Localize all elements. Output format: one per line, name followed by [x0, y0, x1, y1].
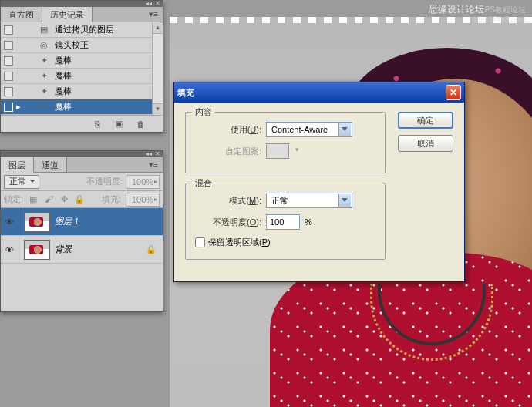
collapse-icon[interactable]: ◂◂ [146, 151, 152, 157]
collapse-icon[interactable]: ◂◂ [146, 1, 152, 7]
opacity-value[interactable]: 100% [126, 175, 160, 189]
use-label: 使用(U): [195, 124, 261, 136]
content-fieldset: 内容 使用(U): Content-Aware 自定图案: [185, 112, 386, 173]
history-visibility-toggle[interactable] [4, 56, 13, 66]
history-label: 魔棒 [55, 70, 72, 82]
lens-icon: ◎ [36, 39, 52, 52]
watermark-url: bbs.16xx8.com [474, 15, 526, 24]
mode-label: 模式(M): [195, 195, 261, 207]
panel-grip[interactable]: ◂◂✕ [1, 151, 163, 157]
ok-button[interactable]: 确定 [398, 112, 453, 129]
fill-dialog: 填充 ✕ 确定 取消 内容 使用(U): Content-Aware 自定图案:… [173, 82, 465, 282]
visibility-toggle[interactable]: 👁 [1, 208, 19, 235]
tab-channels[interactable]: 通道 [34, 157, 67, 172]
history-item[interactable]: ◎镜头校正 [1, 38, 163, 53]
lock-paint-icon[interactable]: 🖌 [43, 194, 54, 204]
pattern-picker [266, 143, 289, 159]
tab-layers[interactable]: 图层 [1, 157, 34, 173]
wand-icon: ✦ [36, 101, 52, 113]
history-visibility-toggle[interactable] [4, 72, 13, 81]
history-label: 魔棒 [55, 86, 72, 97]
layer-row[interactable]: 👁 图层 1 [1, 208, 163, 236]
panel-menu-icon[interactable]: ▾≡ [144, 157, 163, 172]
history-label: 镜头校正 [55, 39, 89, 51]
opacity-input[interactable]: 100 [266, 214, 300, 230]
dialog-titlebar[interactable]: 填充 ✕ [174, 82, 464, 103]
layer-name[interactable]: 图层 1 [55, 216, 79, 227]
history-item[interactable]: ✦魔棒 [1, 53, 163, 69]
history-visibility-toggle[interactable] [4, 41, 13, 50]
layer-thumbnail[interactable] [24, 212, 50, 232]
dialog-body: 确定 取消 内容 使用(U): Content-Aware 自定图案: 混合 模… [174, 103, 464, 281]
history-item[interactable]: ▸✦魔棒 [1, 99, 163, 115]
watermark-ps: PS教程论坛 [485, 5, 526, 15]
blend-mode-select[interactable]: 正常 [4, 175, 39, 189]
lock-transparency-icon[interactable]: ▦ [28, 194, 39, 204]
layer-list: 👁 图层 1 👁 背景 🔒 [1, 208, 163, 264]
history-label: 魔棒 [55, 101, 72, 113]
use-select[interactable]: Content-Aware [266, 122, 352, 137]
tab-history[interactable]: 历史记录 [42, 7, 93, 22]
preserve-transparency-checkbox[interactable] [195, 237, 205, 247]
wand-icon: ✦ [36, 55, 52, 67]
lock-position-icon[interactable]: ✥ [59, 194, 69, 204]
layer-lock-controls: 锁定: ▦ 🖌 ✥ 🔒 填充: 100% [1, 191, 163, 208]
visibility-toggle[interactable]: 👁 [1, 236, 19, 263]
cancel-button[interactable]: 取消 [398, 135, 453, 152]
lock-icon: 🔒 [146, 244, 157, 254]
close-panel-icon[interactable]: ✕ [155, 151, 160, 157]
mode-select[interactable]: 正常 [266, 193, 352, 208]
history-label: 魔棒 [55, 55, 72, 66]
wand-icon: ✦ [36, 70, 52, 82]
tab-histogram[interactable]: 直方图 [1, 7, 42, 22]
panel-grip[interactable]: ◂◂✕ [1, 1, 163, 7]
layer-copy-icon: ▤ [36, 24, 52, 36]
close-panel-icon[interactable]: ✕ [155, 1, 160, 7]
lock-all-icon[interactable]: 🔒 [74, 194, 85, 204]
history-visibility-toggle[interactable] [4, 103, 13, 112]
blend-fieldset: 混合 模式(M): 正常 不透明度(O): 100 % 保留透明区域(P) [185, 183, 386, 260]
layer-name[interactable]: 背景 [55, 244, 72, 255]
trash-icon[interactable]: 🗑 [133, 118, 147, 130]
percent-unit: % [305, 217, 312, 227]
history-visibility-toggle[interactable] [4, 87, 13, 96]
watermark-forum: 思缘设计论坛 [429, 3, 484, 16]
preserve-transparency-label[interactable]: 保留透明区域(P) [208, 237, 271, 248]
wand-icon: ✦ [36, 86, 52, 98]
history-label: 通过拷贝的图层 [55, 24, 114, 35]
history-item[interactable]: ✦魔棒 [1, 84, 163, 99]
dialog-title: 填充 [177, 87, 194, 99]
history-item[interactable]: ✦魔棒 [1, 69, 163, 84]
dialog-opacity-label: 不透明度(O): [195, 217, 261, 228]
history-footer: ⎘ ▣ 🗑 [1, 115, 163, 132]
history-item[interactable]: ▤通过拷贝的图层 [1, 22, 163, 38]
fill-label: 填充: [102, 193, 121, 205]
history-list: ▤通过拷贝的图层 ◎镜头校正 ✦魔棒 ✦魔棒 ✦魔棒 ▸✦魔棒 [1, 22, 163, 115]
opacity-label: 不透明度: [86, 176, 123, 187]
content-legend: 内容 [192, 106, 215, 118]
close-button[interactable]: ✕ [446, 85, 461, 100]
layer-blend-controls: 正常 不透明度: 100% [1, 173, 163, 191]
fill-value[interactable]: 100% [126, 193, 160, 207]
history-scrollbar[interactable] [152, 22, 163, 115]
history-panel: ◂◂✕ 直方图 历史记录 ▾≡ ▤通过拷贝的图层 ◎镜头校正 ✦魔棒 ✦魔棒 ✦… [0, 0, 163, 133]
layers-panel: ◂◂✕ 图层 通道 ▾≡ 正常 不透明度: 100% 锁定: ▦ 🖌 ✥ 🔒 填… [0, 150, 163, 312]
lock-label: 锁定: [4, 193, 23, 205]
pattern-label: 自定图案: [195, 146, 261, 157]
new-state-icon[interactable]: ▣ [112, 118, 126, 130]
new-snapshot-icon[interactable]: ⎘ [90, 118, 104, 130]
panel-menu-icon[interactable]: ▾≡ [144, 7, 163, 22]
layer-thumbnail[interactable] [24, 240, 50, 260]
history-visibility-toggle[interactable] [4, 25, 13, 35]
blend-legend: 混合 [192, 177, 215, 189]
layer-row[interactable]: 👁 背景 🔒 [1, 236, 163, 264]
